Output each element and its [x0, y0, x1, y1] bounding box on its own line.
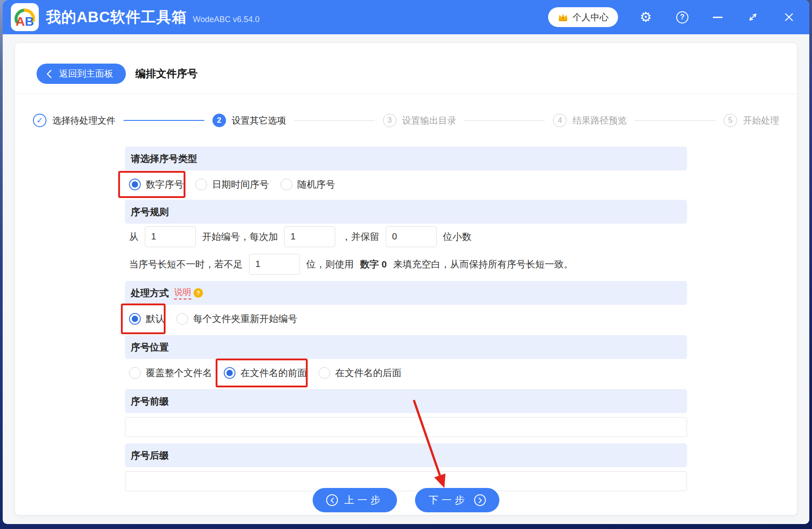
- radio-datetime-sequence[interactable]: 日期时间序号: [195, 178, 269, 191]
- radio-random-sequence[interactable]: 随机序号: [281, 178, 335, 191]
- explanation-link[interactable]: 说明 ?: [174, 286, 203, 299]
- step-indicator: ✓ 选择待处理文件 2 设置其它选项 3 设置输出目录 4 结果路径预览 5 开…: [15, 94, 797, 147]
- personal-center-label: 个人中心: [572, 11, 609, 23]
- step-3-output-dir: 3 设置输出目录: [383, 114, 457, 127]
- start-number-input[interactable]: [145, 226, 196, 247]
- radio-restart-per-folder[interactable]: 每个文件夹重新开始编号: [176, 313, 297, 325]
- step-label: 设置输出目录: [402, 115, 457, 127]
- next-step-button[interactable]: 下一步: [415, 488, 499, 512]
- rule-text: 位，则使用: [306, 258, 354, 271]
- step-label: 选择待处理文件: [52, 115, 115, 127]
- radio-selected-icon: [129, 179, 141, 190]
- step-connector: [635, 120, 715, 121]
- step-number: 2: [212, 114, 226, 127]
- circle-arrow-right-icon: [474, 494, 486, 506]
- wizard-footer: 上一步 下一步: [125, 488, 687, 512]
- question-badge-icon: ?: [194, 288, 203, 298]
- card-header: 返回到主面板 编排文件序号: [15, 43, 797, 94]
- rule-text: 来填充空白，从而保持所有序号长短一致。: [393, 258, 573, 271]
- svg-text:B: B: [25, 14, 34, 28]
- rule-text: ，并保留: [341, 230, 379, 243]
- rule-line-2: 当序号长短不一时，若不足 位，则使用 数字 0 来填充空白，从而保持所有序号长短…: [125, 249, 687, 279]
- section-header-number-position: 序号位置: [125, 335, 687, 359]
- step-number: 4: [553, 114, 567, 127]
- radio-selected-icon: [224, 367, 235, 379]
- close-icon[interactable]: [783, 11, 795, 23]
- section-title: 处理方式: [131, 287, 169, 299]
- step-label: 设置其它选项: [232, 115, 286, 127]
- rule-text: 位小数: [443, 230, 471, 243]
- titlebar-icons: ⚙ ?: [640, 10, 795, 24]
- prefix-input[interactable]: [125, 417, 687, 437]
- radio-selected-icon: [129, 313, 141, 325]
- svg-text:A: A: [16, 14, 25, 28]
- rule-text-bold: 数字 0: [360, 258, 387, 271]
- pad-length-input[interactable]: [249, 254, 300, 275]
- step-connector: [124, 120, 204, 121]
- previous-step-button[interactable]: 上一步: [313, 488, 397, 512]
- step-number: 5: [724, 114, 737, 127]
- app-logo-icon: A B: [11, 3, 39, 31]
- radio-after-filename[interactable]: 在文件名的后面: [318, 367, 401, 379]
- app-title: 我的ABC软件工具箱: [46, 7, 187, 28]
- step-2-other-options: 2 设置其它选项: [212, 114, 286, 127]
- minimize-icon[interactable]: [713, 17, 723, 18]
- section-header-number-rules: 序号规则: [125, 200, 687, 224]
- step-check-icon: ✓: [33, 114, 46, 127]
- section-header-suffix: 序号后缀: [125, 443, 687, 467]
- help-icon[interactable]: ?: [676, 11, 688, 23]
- step-5-start-processing: 5 开始处理: [724, 114, 779, 127]
- maximize-icon[interactable]: [747, 11, 759, 23]
- number-position-options: 覆盖整个文件名 在文件名的前面 在文件名的后面: [125, 359, 687, 387]
- step-label: 开始处理: [743, 115, 779, 127]
- title-group: 我的ABC软件工具箱 WodeABC v6.54.0: [46, 7, 259, 28]
- radio-default-mode[interactable]: 默认: [129, 313, 165, 325]
- radio-before-filename[interactable]: 在文件名的前面: [224, 367, 307, 379]
- step-number: 3: [383, 114, 397, 127]
- radio-icon: [176, 313, 188, 325]
- circle-arrow-left-icon: [326, 494, 338, 506]
- title-bar: A B 我的ABC软件工具箱 WodeABC v6.54.0 个人中心 ⚙ ?: [3, 0, 809, 34]
- step-4-result-preview: 4 结果路径预览: [553, 114, 627, 127]
- section-header-number-type: 请选择序号类型: [125, 147, 687, 170]
- app-window: A B 我的ABC软件工具箱 WodeABC v6.54.0 个人中心 ⚙ ?: [3, 0, 809, 524]
- back-button-label: 返回到主面板: [59, 68, 113, 80]
- page-title: 编排文件序号: [135, 67, 198, 81]
- processing-mode-options: 默认 每个文件夹重新开始编号: [125, 305, 687, 333]
- radio-icon: [129, 367, 141, 379]
- content-card: 返回到主面板 编排文件序号 ✓ 选择待处理文件 2 设置其它选项 3 设置输出目…: [14, 42, 798, 515]
- step-connector: [465, 120, 545, 121]
- rule-text: 开始编号，每次加: [202, 230, 278, 243]
- decimals-input[interactable]: [386, 226, 437, 247]
- section-header-prefix: 序号前缀: [125, 389, 687, 413]
- radio-icon: [318, 367, 330, 379]
- step-connector: [294, 120, 375, 121]
- rule-line-1: 从 开始编号，每次加 ，并保留 位小数: [125, 224, 687, 249]
- increment-input[interactable]: [284, 226, 335, 247]
- crown-icon: [558, 13, 568, 22]
- radio-icon: [195, 179, 207, 190]
- rule-text: 从: [129, 230, 138, 243]
- radio-numeric-sequence[interactable]: 数字序号: [129, 178, 184, 191]
- step-1-select-files: ✓ 选择待处理文件: [33, 114, 115, 127]
- settings-gear-icon[interactable]: ⚙: [640, 10, 652, 24]
- number-type-options: 数字序号 日期时间序号 随机序号: [125, 170, 687, 198]
- options-form: 请选择序号类型 数字序号 日期时间序号 随机序号 序号规则: [125, 147, 687, 512]
- personal-center-button[interactable]: 个人中心: [548, 7, 618, 27]
- radio-overwrite-filename[interactable]: 覆盖整个文件名: [129, 367, 212, 379]
- chevron-left-icon: [46, 69, 52, 78]
- app-version: WodeABC v6.54.0: [193, 15, 260, 24]
- back-to-main-button[interactable]: 返回到主面板: [37, 64, 126, 84]
- radio-icon: [281, 179, 292, 190]
- step-label: 结果路径预览: [572, 115, 627, 127]
- section-header-processing-mode: 处理方式 说明 ?: [125, 281, 687, 305]
- rule-text: 当序号长短不一时，若不足: [129, 258, 243, 271]
